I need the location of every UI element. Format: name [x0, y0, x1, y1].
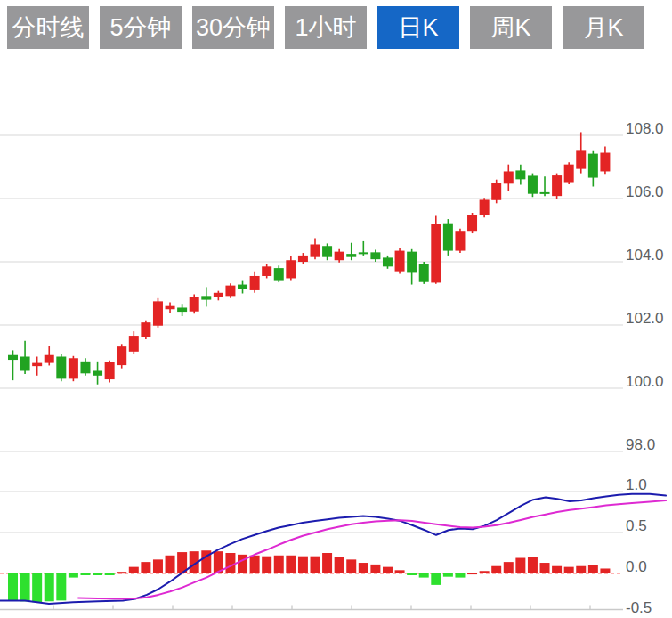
- macd-histogram: [8, 550, 610, 602]
- macd-tick-label: 0.0: [626, 558, 647, 575]
- price-tick-label: 106.0: [626, 183, 664, 200]
- price-tick-label: 102.0: [626, 310, 664, 327]
- price-tick-label: 98.0: [626, 436, 655, 453]
- x-axis: [0, 606, 623, 610]
- candles: [8, 132, 610, 384]
- price-axis-labels: 108.0106.0104.0102.0100.098.0: [626, 120, 664, 453]
- stock-chart-app: 分时线5分钟30分钟1小时日K周K月K 108.0106.0104.0102.0…: [0, 0, 672, 618]
- price-tick-label: 100.0: [626, 373, 664, 390]
- macd-tick-label: -0.5: [626, 599, 652, 616]
- price-tick-label: 108.0: [626, 120, 664, 137]
- macd-tick-label: 0.5: [626, 517, 647, 534]
- macd-tick-label: 1.0: [626, 476, 647, 493]
- macd-axis-labels: 1.00.50.0-0.5: [626, 476, 652, 616]
- chart-canvas[interactable]: 108.0106.0104.0102.0100.098.0 1.00.50.0-…: [0, 0, 672, 618]
- price-tick-label: 104.0: [626, 247, 664, 264]
